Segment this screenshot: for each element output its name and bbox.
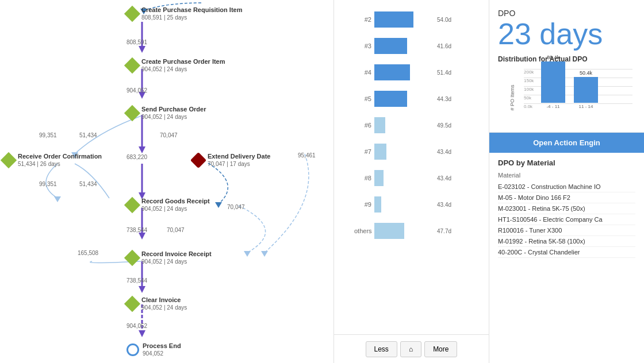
node-record-invoice: Record Invoice Receipt 904,052 | 24 days xyxy=(126,250,212,265)
node-process-end: Process End 904,052 xyxy=(126,342,181,357)
svg-marker-1 xyxy=(139,46,145,53)
chart-row-others: others 47.7d xyxy=(354,220,466,242)
svg-marker-14 xyxy=(215,202,222,208)
dpo-header: DPO 23 days Distribution for Actual DPO … xyxy=(489,0,644,133)
dist-title: Distribution for Actual DPO xyxy=(498,55,635,63)
dist-bar-visual-1 xyxy=(541,61,565,103)
chart-panel: #2 54.0d #3 41.6d #4 51.4d #5 44.3d #6 xyxy=(334,0,489,363)
svg-marker-13 xyxy=(139,330,145,337)
bar-chart-area: #2 54.0d #3 41.6d #4 51.4d #5 44.3d #6 xyxy=(334,0,489,334)
chart-value: 51.4d xyxy=(437,69,466,76)
chart-bar-container xyxy=(374,38,434,54)
node-circle-process-end xyxy=(126,343,139,356)
chart-bar-container xyxy=(374,117,434,133)
num-165508: 165,508 xyxy=(78,250,98,256)
chart-label: others xyxy=(354,227,371,234)
node-diamond-create-req xyxy=(124,5,140,21)
action-engine-button[interactable]: Open Action Engin xyxy=(489,133,644,153)
chart-value: 44.3d xyxy=(437,96,466,102)
num-99351b: 99,351 xyxy=(39,181,57,187)
node-diamond-send-po xyxy=(124,105,140,121)
less-button[interactable]: Less xyxy=(366,341,397,357)
dist-bar-visual-2 xyxy=(574,77,598,103)
num-99351a: 99,351 xyxy=(39,132,57,138)
chart-bar-container xyxy=(374,11,434,28)
material-item: M-05 - Motor Dino 166 F2 xyxy=(498,192,635,203)
chart-label: #8 xyxy=(354,175,371,181)
num-70047a: 70,047 xyxy=(160,132,178,138)
chart-value: 41.6d xyxy=(437,43,466,49)
node-extend-delivery: Extend Delivery Date 70,047 | 17 days xyxy=(193,152,270,168)
chart-bar xyxy=(374,117,385,133)
chart-label: #2 xyxy=(354,16,371,23)
chart-row-r4: #4 51.4d xyxy=(354,61,466,83)
node-record-goods: Record Goods Receipt 904,052 | 24 days xyxy=(126,197,210,213)
node-diamond-record-goods xyxy=(124,196,140,213)
material-title: DPO by Material xyxy=(498,159,635,167)
chart-row-r2: #2 54.0d xyxy=(354,9,466,30)
chart-row-r5: #5 44.3d xyxy=(354,88,466,110)
material-item: E-023102 - Construction Machine IO xyxy=(498,181,635,192)
chart-bar xyxy=(374,91,407,107)
chart-value: 47.7d xyxy=(437,228,466,234)
chart-bar-container xyxy=(374,196,434,213)
process-flow: Create Purchase Requisition Item 808,591… xyxy=(0,0,334,363)
dpo-title: DPO xyxy=(498,9,635,18)
chart-bar xyxy=(374,196,381,213)
svg-marker-11 xyxy=(139,286,145,293)
chart-bar-container xyxy=(374,144,434,160)
svg-marker-15 xyxy=(244,251,251,257)
node-receive-conf: Receive Order Confirmation 51,434 | 26 d… xyxy=(3,152,102,168)
dist-chart-wrapper: # PO Items 200k 150k 100k 50k 0.0k 80.4k… xyxy=(498,66,635,129)
num-738544a: 738,544 xyxy=(126,227,147,233)
num-51434a: 51,434 xyxy=(79,132,97,138)
chart-bar xyxy=(374,170,384,186)
chart-bar xyxy=(374,64,410,80)
svg-marker-16 xyxy=(261,251,268,257)
num-70047c: 70,047 xyxy=(167,227,185,233)
dpo-value: 23 days xyxy=(498,18,635,51)
chart-value: 49.5d xyxy=(437,122,466,129)
material-item: 40-200C - Crystal Chandelier xyxy=(498,247,635,258)
chart-bar-container xyxy=(374,91,434,107)
node-diamond-clear-invoice xyxy=(124,295,140,311)
material-item: M-023001 - Retina 5K-75 (50x) xyxy=(498,203,635,214)
chart-bar xyxy=(374,38,407,54)
chart-bar xyxy=(374,144,386,160)
chart-label: #5 xyxy=(354,95,371,102)
node-create-req: Create Purchase Requisition Item 808,591… xyxy=(126,6,242,21)
y-axis-label: # PO Items xyxy=(509,85,515,111)
chart-bar xyxy=(374,11,413,28)
node-diamond-extend-delivery xyxy=(190,152,206,168)
chart-bar-container xyxy=(374,64,434,80)
chart-value: 43.4d xyxy=(437,149,466,155)
num-51434b: 51,434 xyxy=(79,181,97,187)
chart-label: #6 xyxy=(354,122,371,129)
material-item: M-01992 - Retina 5K-58 (100x) xyxy=(498,236,635,247)
chart-bar-container xyxy=(374,223,434,239)
chart-row-r9: #9 43.4d xyxy=(354,194,466,215)
home-button[interactable]: ⌂ xyxy=(400,341,421,357)
more-button[interactable]: More xyxy=(424,341,457,357)
chart-bar xyxy=(374,223,404,239)
node-diamond-create-po xyxy=(124,57,140,73)
num-904052a: 904,052 xyxy=(126,87,147,94)
node-diamond-record-invoice xyxy=(124,249,140,265)
chart-value: 54.0d xyxy=(437,17,466,23)
chart-label: #3 xyxy=(354,43,371,49)
chart-value: 43.4d xyxy=(437,175,466,181)
node-create-po: Create Purchase Order Item 904,052 | 24 … xyxy=(126,57,225,73)
chart-bar-container xyxy=(374,170,434,186)
chart-row-r6: #6 49.5d xyxy=(354,114,466,136)
num-738544b: 738,544 xyxy=(126,277,147,284)
chart-label: #9 xyxy=(354,201,371,208)
material-section: DPO by Material Material E-023102 - Cons… xyxy=(489,153,644,264)
svg-marker-5 xyxy=(139,146,145,153)
node-send-po: Send Purchase Order 904,052 | 24 days xyxy=(126,105,206,121)
chart-row-r3: #3 41.6d xyxy=(354,35,466,57)
num-70047b: 70,047 xyxy=(227,204,245,210)
chart-row-r8: #8 43.4d xyxy=(354,167,466,189)
chart-value: 43.4d xyxy=(437,202,466,208)
num-904052b: 904,052 xyxy=(126,323,147,329)
svg-marker-9 xyxy=(139,233,145,240)
